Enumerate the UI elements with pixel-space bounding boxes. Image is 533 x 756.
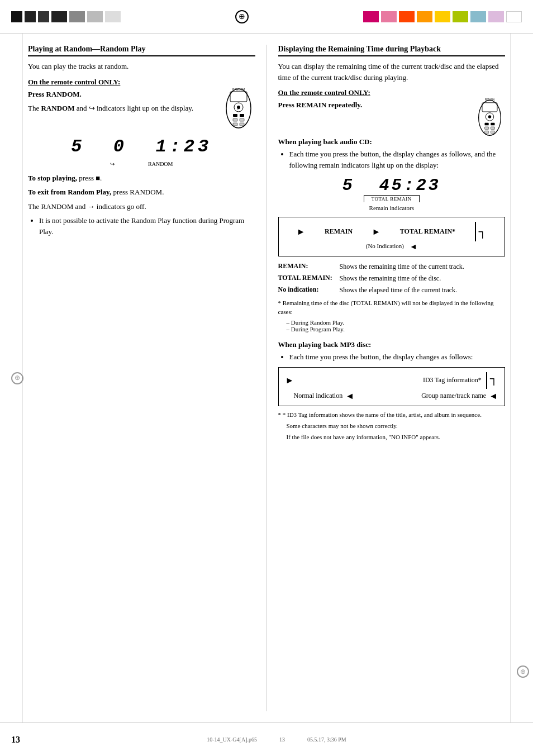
bar-pink	[381, 11, 397, 22]
flow-no-indication: (No Indication)	[366, 243, 404, 251]
left-margin-compass: ⊕	[11, 372, 23, 384]
bar-lavender	[488, 11, 504, 22]
display-remain-text: 5 45:23	[278, 176, 506, 195]
svg-rect-19	[485, 127, 489, 130]
left-margin: ⊕	[0, 34, 22, 722]
def-remain-term: REMAIN:	[278, 262, 340, 272]
right-remote-subsection: On the remote control ONLY:	[278, 88, 506, 97]
svg-rect-14	[482, 103, 497, 112]
right-section-title: Displaying the Remaining Time during Pla…	[278, 45, 506, 56]
right-column: Displaying the Remaining Time during Pla…	[267, 45, 506, 711]
right-margin-compass: ⊕	[517, 665, 529, 678]
mp3-bracket-top: ┐	[486, 372, 498, 389]
bar-red	[399, 11, 415, 22]
def-remain-row: REMAIN: Shows the remaining time of the …	[278, 262, 506, 272]
mp3-group-label: Group name/track name	[354, 392, 486, 400]
left-column: Playing at Random—Random Play You can pl…	[28, 45, 267, 711]
mp3-bullet-list: Each time you press the button, the disp…	[289, 351, 506, 363]
press-remain-label: Press REMAIN repeatedly.	[278, 99, 506, 111]
top-bar-right-blocks	[363, 11, 522, 22]
bottom-bar: 13 10-14_UX-G4[A].p65 13 05.5.17, 3:36 P…	[0, 722, 533, 756]
top-bar-left-blocks	[11, 11, 121, 22]
to-stop-label: To stop playing, press ■.	[28, 173, 255, 184]
remote-remain-icon: REMAIN	[474, 97, 505, 139]
bar-block-5	[69, 11, 85, 22]
definitions-table: REMAIN: Shows the remaining time of the …	[278, 262, 506, 294]
flow-arrow-mid: ►	[372, 227, 381, 237]
left-intro: You can play the tracks at random.	[28, 61, 255, 72]
def-total-row: TOTAL REMAIN: Shows the remaining time o…	[278, 274, 506, 283]
left-notes-list: It is not possible to activate the Rando…	[39, 215, 255, 237]
footer-left: 10-14_UX-G4[A].p65	[207, 736, 257, 743]
flow-row-top: ► REMAIN ► TOTAL REMAIN* ┐	[287, 222, 497, 241]
svg-rect-22	[491, 131, 494, 134]
svg-rect-11	[240, 123, 244, 126]
right-intro: You can display the remaining time of th…	[278, 61, 506, 83]
svg-rect-7	[240, 114, 244, 117]
def-total-term: TOTAL REMAIN:	[278, 274, 340, 283]
svg-text:▷: ▷	[237, 107, 240, 110]
page-number: 13	[11, 735, 20, 745]
svg-point-16	[488, 115, 491, 118]
flow-arrow-back: ◄	[410, 243, 417, 251]
display-sub-labels: ↪ RANDOM	[28, 161, 255, 167]
flow-arrow-left: ►	[297, 227, 306, 237]
total-remain-label: TOTAL REMAIN	[364, 195, 420, 202]
remote-random-icon: RANDOM ▷	[222, 86, 255, 133]
mp3-bullet-item: Each time you press the button, the disp…	[289, 351, 506, 363]
bar-block-4	[51, 11, 67, 22]
bar-block-2	[25, 11, 36, 22]
mp3-flow-diagram: ► ID3 Tag information* ┐ Normal indicati…	[278, 367, 506, 406]
flow-bracket-end: ┐	[475, 222, 487, 241]
mp3-asterisk-note: * * ID3 Tag information shows the name o…	[278, 411, 506, 419]
mp3-note1: Some characters may not be shown correct…	[287, 422, 506, 430]
bar-block-6	[87, 11, 103, 22]
left-remote-subsection: On the remote control ONLY:	[28, 78, 255, 87]
svg-rect-17	[485, 123, 489, 126]
when-audio-label: When playing back audio CD:	[278, 137, 506, 146]
audio-bullet-item: Each time you press the button, the disp…	[289, 149, 506, 170]
svg-rect-18	[491, 123, 494, 126]
top-center-mark: ⊕	[121, 10, 363, 23]
bar-block-7	[105, 11, 121, 22]
asterisk-item-random: – During Random Play.	[287, 319, 506, 326]
mp3-flow-row-top: ► ID3 Tag information* ┐	[285, 372, 498, 389]
display-random-text: 5 0 1:23	[28, 136, 255, 157]
svg-rect-21	[485, 131, 489, 134]
asterisk-item-program: – During Program Play.	[287, 326, 506, 332]
bar-orange	[417, 11, 432, 22]
asterisk-remain-note: * Remaining time of the disc (TOTAL REMA…	[278, 299, 506, 316]
bar-block-1	[11, 11, 22, 22]
remain-indicators-label: Remain indicators	[278, 205, 506, 211]
display-remain-wrapper: 5 45:23 TOTAL REMAIN Remain indicators	[278, 176, 506, 211]
mp3-id3-label: ID3 Tag information*	[294, 376, 481, 384]
page-content: ⊕ Playing at Random—Random Play You can …	[0, 34, 533, 722]
bar-cyan	[470, 11, 486, 22]
when-mp3-label: When playing back MP3 disc:	[278, 340, 506, 349]
footer-right: 05.5.17, 3:36 PM	[307, 736, 346, 743]
left-note-item: It is not possible to activate the Rando…	[39, 215, 255, 237]
flow-remain-label: REMAIN	[325, 227, 353, 236]
svg-text:RANDOM: RANDOM	[232, 88, 244, 91]
compass-icon: ⊕	[235, 10, 249, 23]
display-sub-random: RANDOM	[148, 161, 173, 167]
svg-rect-10	[233, 123, 237, 126]
bar-green	[453, 11, 468, 22]
bar-magenta	[363, 11, 379, 22]
svg-rect-9	[240, 118, 244, 121]
svg-rect-1	[230, 92, 247, 102]
mp3-note2: If the file does not have any informatio…	[287, 433, 506, 441]
main-columns: Playing at Random—Random Play You can pl…	[22, 34, 511, 722]
top-bar: ⊕	[0, 0, 533, 34]
def-remain-desc: Shows the remaining time of the current …	[340, 262, 464, 272]
flow-row-bottom: (No Indication) ◄	[287, 243, 497, 251]
mp3-normal-label: Normal indication	[294, 392, 343, 400]
def-no-term: No indication:	[278, 286, 340, 295]
mp3-arrow-group-back: ◄	[489, 391, 498, 401]
audio-bullet-list: Each time you press the button, the disp…	[289, 149, 506, 170]
mp3-arrow-left: ►	[285, 375, 294, 386]
svg-rect-8	[233, 118, 237, 121]
to-exit-label: To exit from Random Play, press RANDOM.	[28, 187, 255, 198]
flow-diagram: ► REMAIN ► TOTAL REMAIN* ┐ (No Indicatio…	[278, 217, 506, 256]
display-mockup-random: 5 0 1:23 ↪ RANDOM	[28, 136, 255, 167]
